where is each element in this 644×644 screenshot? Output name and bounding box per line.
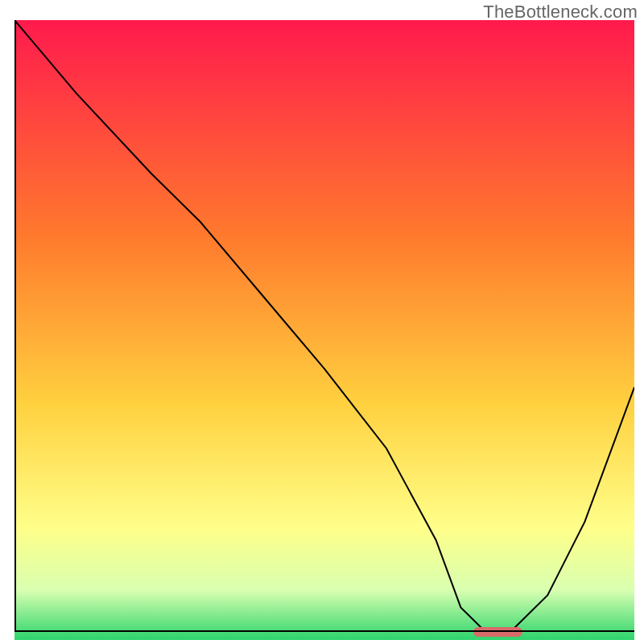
- optimal-range-marker: [473, 627, 523, 637]
- bottleneck-curve: [14, 20, 634, 632]
- watermark-text: TheBottleneck.com: [483, 2, 638, 23]
- plot-frame: [14, 20, 634, 632]
- chart-stage: TheBottleneck.com: [0, 0, 644, 644]
